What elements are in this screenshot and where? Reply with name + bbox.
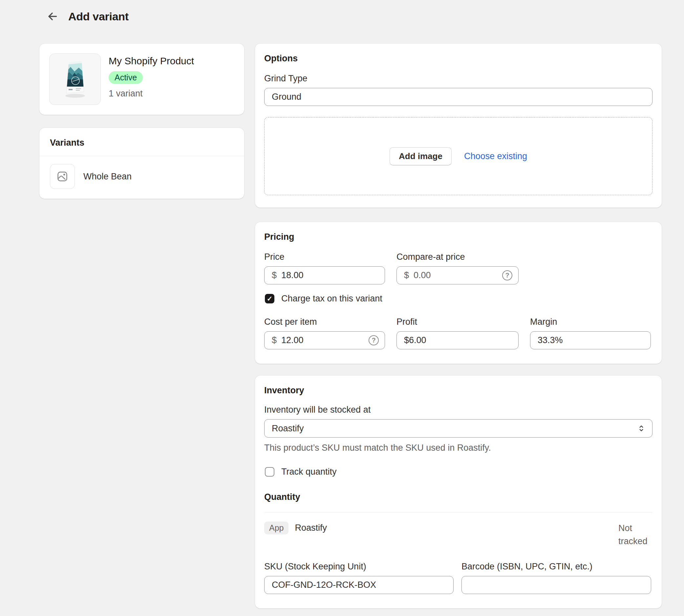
options-heading: Options: [264, 53, 653, 64]
checkmark-icon: ✓: [267, 295, 273, 302]
compare-at-input[interactable]: [413, 270, 497, 281]
compare-at-currency: $: [404, 270, 409, 281]
sku-label: SKU (Stock Keeping Unit): [264, 562, 454, 572]
arrow-left-icon: [46, 10, 59, 23]
compare-at-help-icon[interactable]: ?: [502, 270, 512, 281]
add-image-button[interactable]: Add image: [390, 147, 452, 165]
variants-heading: Variants: [39, 128, 244, 156]
price-input[interactable]: [281, 270, 379, 281]
cost-currency: $: [272, 335, 277, 345]
variant-thumb: [50, 164, 75, 189]
track-quantity-row[interactable]: ✓ Track quantity: [265, 467, 653, 477]
cost-input[interactable]: [281, 335, 364, 345]
image-dropzone[interactable]: Add image Choose existing: [264, 117, 653, 195]
grind-type-label: Grind Type: [264, 73, 653, 84]
stocked-at-value: Roastify: [272, 423, 304, 434]
variant-label: Whole Bean: [83, 172, 132, 182]
sku-match-note: This product’s SKU must match the SKU us…: [264, 443, 653, 453]
profit-label: Profit: [397, 317, 518, 327]
barcode-input[interactable]: [462, 576, 651, 594]
price-currency: $: [272, 270, 277, 281]
variant-row[interactable]: Whole Bean: [39, 156, 244, 199]
cost-input-box[interactable]: $ ?: [264, 331, 385, 349]
charge-tax-label: Charge tax on this variant: [281, 293, 382, 304]
variants-card: Variants Whole Bean: [39, 128, 244, 199]
compare-at-label: Compare-at price: [397, 252, 518, 262]
app-name: Roastify: [295, 523, 327, 533]
image-placeholder-icon: [56, 170, 69, 183]
quantity-divider: [264, 512, 653, 512]
inventory-heading: Inventory: [264, 386, 653, 396]
options-card: Options Grind Type Add image Choose exis…: [255, 44, 662, 207]
pricing-heading: Pricing: [264, 232, 653, 242]
variant-count: 1 variant: [109, 89, 194, 99]
track-quantity-checkbox[interactable]: ✓: [265, 467, 274, 477]
right-column: Options Grind Type Add image Choose exis…: [255, 44, 662, 609]
margin-label: Margin: [530, 317, 651, 327]
price-field: Price $: [264, 252, 385, 284]
sku-input[interactable]: [264, 576, 454, 594]
margin-input[interactable]: [538, 335, 645, 345]
quantity-app-row: App Roastify Not tracked: [264, 522, 653, 548]
sku-field: SKU (Stock Keeping Unit): [264, 562, 454, 594]
track-quantity-label: Track quantity: [281, 467, 337, 477]
margin-field: Margin: [530, 317, 651, 349]
profit-input-box[interactable]: [397, 331, 518, 349]
page-title: Add variant: [68, 10, 129, 23]
price-label: Price: [264, 252, 385, 262]
product-thumbnail[interactable]: [49, 53, 101, 105]
chevron-updown-icon: [636, 423, 646, 433]
margin-input-box[interactable]: [530, 331, 651, 349]
cost-field: Cost per item $ ?: [264, 317, 385, 349]
product-title: My Shopify Product: [109, 56, 194, 67]
profit-input[interactable]: [404, 335, 512, 345]
compare-at-input-box[interactable]: $ ?: [397, 266, 518, 284]
charge-tax-checkbox[interactable]: ✓: [265, 294, 274, 303]
pricing-card: Pricing Price $ Compare-at price $ ? ✓ C: [255, 222, 662, 364]
left-column: My Shopify Product Active 1 variant Vari…: [39, 44, 244, 199]
cost-help-icon[interactable]: ?: [369, 335, 379, 345]
back-button[interactable]: [45, 9, 60, 24]
compare-at-field: Compare-at price $ ?: [397, 252, 518, 284]
price-input-box[interactable]: $: [264, 266, 385, 284]
product-summary-card: My Shopify Product Active 1 variant: [39, 44, 244, 115]
app-badge: App: [264, 522, 288, 534]
page-header: Add variant: [45, 9, 129, 24]
barcode-field: Barcode (ISBN, UPC, GTIN, etc.): [462, 562, 651, 594]
stocked-at-label: Inventory will be stocked at: [264, 405, 653, 415]
sku-barcode-row: SKU (Stock Keeping Unit) Barcode (ISBN, …: [264, 562, 653, 594]
barcode-label: Barcode (ISBN, UPC, GTIN, etc.): [462, 562, 651, 572]
tracked-status: Not tracked: [618, 522, 653, 548]
charge-tax-row[interactable]: ✓ Charge tax on this variant: [265, 293, 653, 304]
coffee-bag-image: [54, 57, 97, 102]
grind-type-input[interactable]: [264, 88, 653, 106]
app-info: App Roastify: [264, 522, 327, 534]
choose-existing-link[interactable]: Choose existing: [464, 151, 527, 161]
inventory-card: Inventory Inventory will be stocked at R…: [255, 376, 662, 609]
quantity-heading: Quantity: [264, 492, 653, 502]
status-badge: Active: [109, 71, 143, 84]
product-info: My Shopify Product Active 1 variant: [109, 53, 194, 105]
cost-label: Cost per item: [264, 317, 385, 327]
profit-field: Profit: [397, 317, 518, 349]
stocked-at-select[interactable]: Roastify: [264, 419, 653, 438]
